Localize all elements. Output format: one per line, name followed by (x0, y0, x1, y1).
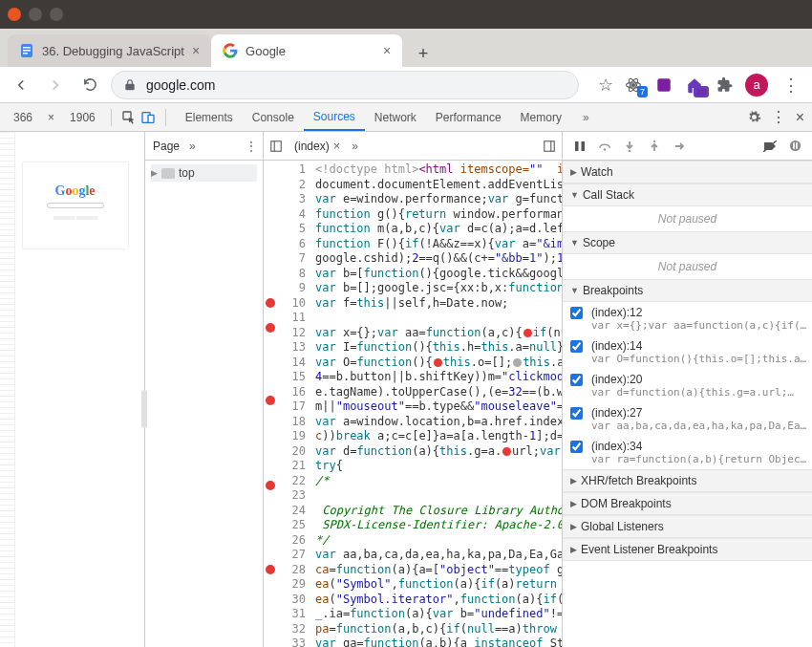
devtools-tab-network[interactable]: Network (365, 103, 426, 131)
code-line[interactable]: _.ia=function(a){var b="undefined"!=t (315, 607, 562, 622)
extension-generic-icon[interactable] (653, 75, 674, 96)
code-line[interactable]: <!doctype html><html itemscope="" ite (315, 162, 562, 178)
code-line[interactable]: var f=this||self,h=Date.now; (315, 296, 562, 312)
breakpoint-checkbox[interactable] (570, 340, 583, 353)
line-number[interactable]: 8 (279, 267, 310, 282)
code-line[interactable]: var b=[function(){google.tick&&google (315, 267, 562, 282)
breakpoint-marker[interactable] (266, 165, 275, 175)
breakpoint-marker[interactable] (266, 396, 275, 405)
line-number[interactable]: 24 (279, 504, 310, 519)
breakpoint-item[interactable]: (index):14 var O=function(){this.o=[];th… (563, 335, 812, 369)
breakpoint-marker[interactable] (266, 565, 275, 574)
breakpoint-marker[interactable] (266, 517, 275, 527)
forward-button[interactable] (42, 72, 69, 98)
line-number[interactable]: 32 (279, 622, 310, 637)
breakpoint-marker[interactable] (266, 432, 275, 442)
new-tab-button[interactable]: + (410, 40, 437, 67)
breakpoint-marker[interactable] (266, 577, 275, 587)
breakpoint-marker[interactable] (266, 359, 275, 369)
line-number[interactable]: 30 (279, 593, 310, 608)
step-button[interactable] (672, 139, 687, 154)
breakpoint-marker[interactable] (266, 298, 275, 308)
breakpoint-marker[interactable] (266, 590, 275, 599)
line-number[interactable]: 5 (279, 222, 310, 237)
code-line[interactable]: function F(){if(!A&&z==x){var a="&ima (315, 237, 562, 252)
devtools-tab-performance[interactable]: Performance (426, 103, 511, 131)
toggle-navigator-icon[interactable] (269, 140, 283, 153)
inspect-element-icon[interactable] (121, 110, 137, 125)
breakpoint-marker[interactable] (266, 202, 275, 211)
close-icon[interactable]: × (383, 43, 391, 58)
line-number[interactable]: 27 (279, 548, 310, 563)
breakpoint-marker[interactable] (266, 505, 275, 514)
code-line[interactable]: pa=function(a,b,c){if(null==a)throw n (315, 622, 562, 637)
section-xhr[interactable]: ▶XHR/fetch Breakpoints (563, 469, 812, 492)
more-icon[interactable]: » (352, 140, 358, 153)
url-input[interactable] (144, 76, 566, 94)
step-into-button[interactable] (622, 139, 637, 154)
breakpoint-marker[interactable] (266, 601, 275, 611)
devtools-tab-sources[interactable]: Sources (304, 103, 365, 131)
breakpoint-marker[interactable] (266, 189, 275, 199)
code-line[interactable]: var e=window.performance;var g=functi (315, 192, 562, 207)
devtools-menu-icon[interactable]: ⋮ (771, 108, 786, 126)
line-number[interactable]: 6 (279, 237, 310, 252)
more-icon[interactable]: » (189, 140, 196, 153)
extension-home-icon[interactable]: 10 (684, 75, 705, 96)
tree-item-top[interactable]: ▶ top (151, 164, 257, 182)
code-line[interactable]: c))break a;c=c[e]}a=a[a.length-1];d=c (315, 429, 562, 444)
window-maximize-button[interactable] (50, 8, 63, 21)
section-watch[interactable]: ▶Watch (563, 161, 812, 183)
code-line[interactable]: try{ (315, 459, 562, 474)
devtools-close-icon[interactable]: × (796, 109, 804, 126)
code-line[interactable]: var aa,ba,ca,da,ea,ha,ka,pa,Da,Ea,Ga; (315, 548, 562, 563)
breakpoint-marker[interactable] (266, 238, 275, 248)
line-number[interactable]: 26 (279, 533, 310, 549)
page-preview[interactable]: Google (23, 162, 128, 248)
code-content[interactable]: <!doctype html><html itemscope="" itedoc… (313, 161, 562, 647)
back-button[interactable] (8, 72, 34, 98)
line-number-gutter[interactable]: 1234567891011121314151617181920212223242… (277, 161, 313, 647)
pause-exceptions-button[interactable] (787, 139, 802, 154)
browser-menu-button[interactable]: ⋮ (778, 72, 804, 98)
code-line[interactable]: function m(a,b,c){var d=c(a);a=d.left (315, 222, 562, 237)
breakpoint-marker[interactable] (266, 626, 275, 636)
line-number[interactable]: 22 (279, 474, 310, 489)
breakpoint-marker[interactable] (266, 274, 275, 284)
code-line[interactable]: document.documentElement.addEventList (315, 178, 562, 193)
window-minimize-button[interactable] (29, 8, 42, 21)
breakpoint-checkbox[interactable] (570, 374, 583, 386)
step-out-button[interactable] (647, 139, 662, 154)
devtools-tab-console[interactable]: Console (243, 103, 304, 131)
breakpoint-marker[interactable] (266, 213, 275, 223)
address-bar[interactable] (111, 71, 579, 99)
code-line[interactable]: var qa=function(a,b){a instanceof St (315, 636, 562, 647)
star-icon[interactable]: ☆ (598, 75, 613, 96)
browser-tab-google[interactable]: Google × (211, 34, 402, 67)
reload-button[interactable] (76, 72, 103, 98)
breakpoint-marker[interactable] (266, 334, 275, 344)
code-line[interactable]: SPDX-License-Identifier: Apache-2.0 (315, 518, 562, 533)
breakpoint-marker[interactable] (266, 541, 275, 550)
breakpoint-marker[interactable] (266, 528, 275, 538)
code-line[interactable]: var O=function(){this.o=[];this.a (315, 356, 562, 371)
step-over-button[interactable] (597, 139, 612, 154)
section-dom[interactable]: ▶DOM Breakpoints (563, 492, 812, 515)
code-line[interactable]: /* (315, 474, 562, 489)
line-number[interactable]: 4 (279, 207, 310, 223)
code-line[interactable]: m||"mouseout"==b.type&&"mouseleave"== (315, 399, 562, 415)
profile-avatar[interactable]: a (745, 74, 768, 97)
line-number[interactable]: 15 (279, 370, 310, 385)
pause-resume-button[interactable] (572, 139, 588, 154)
code-line[interactable]: 4==b.button||b.shiftKey))m="clickmod" (315, 370, 562, 385)
line-number[interactable]: 19 (279, 429, 310, 444)
line-number[interactable]: 25 (279, 518, 310, 533)
breakpoint-marker[interactable] (266, 420, 275, 429)
breakpoint-marker[interactable] (266, 383, 275, 393)
code-area[interactable]: 1234567891011121314151617181920212223242… (264, 161, 562, 647)
code-line[interactable]: var d=function(a){this.g=a.url;var (315, 444, 562, 460)
line-number[interactable]: 21 (279, 459, 310, 474)
close-icon[interactable]: × (192, 43, 200, 58)
breakpoint-item[interactable]: (index):34 var ra=function(a,b){return O… (563, 436, 812, 469)
code-line[interactable]: function g(){return window.performanc (315, 207, 562, 223)
